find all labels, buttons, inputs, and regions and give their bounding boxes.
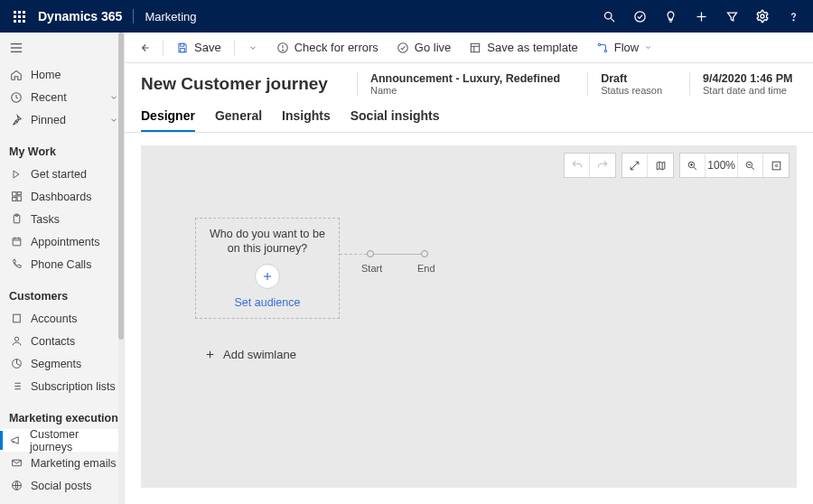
gear-icon [755, 9, 770, 23]
record-name-field[interactable]: Announcement - Luxury, Redefined Name [357, 72, 573, 96]
fit-button[interactable] [763, 154, 789, 177]
nav-get-started[interactable]: Get started [0, 163, 124, 185]
add-button[interactable] [687, 0, 715, 33]
sidebar-scrollbar[interactable] [118, 33, 124, 504]
undo-icon [571, 159, 584, 172]
field-value: Draft [601, 72, 662, 85]
brand-area[interactable]: Marketing [145, 10, 196, 23]
svg-point-45 [598, 43, 600, 45]
nav-social-posts[interactable]: Social posts [0, 474, 124, 497]
nav-collapse-button[interactable] [0, 33, 124, 63]
nav-dashboards[interactable]: Dashboards [0, 185, 124, 208]
svg-rect-21 [13, 314, 20, 322]
nav-customer-journeys[interactable]: Customer journeys [0, 429, 124, 452]
save-button[interactable]: Save [169, 35, 229, 61]
plus-icon [261, 270, 274, 283]
map-icon [655, 160, 667, 172]
pin-icon [9, 113, 23, 127]
list-icon [9, 379, 23, 394]
audience-tile[interactable]: Who do you want to be on this journey? S… [195, 218, 340, 319]
add-audience-button[interactable] [255, 264, 280, 289]
record-status-field[interactable]: Draft Status reason [587, 72, 675, 96]
question-icon [787, 10, 800, 23]
nav-pinned[interactable]: Pinned [0, 108, 124, 131]
svg-line-50 [694, 167, 696, 170]
app-launcher-button[interactable] [5, 0, 33, 33]
svg-point-6 [793, 19, 794, 20]
nav-accounts[interactable]: Accounts [0, 307, 124, 330]
go-live-button[interactable]: Go live [389, 35, 458, 61]
check-errors-button[interactable]: Check for errors [269, 35, 386, 61]
record-header: New Customer journey Announcement - Luxu… [125, 63, 813, 96]
nav-appointments[interactable]: Appointments [0, 230, 124, 253]
svg-point-40 [282, 50, 283, 51]
tab-general[interactable]: General [215, 103, 262, 132]
nav-label: Social posts [31, 480, 91, 492]
clipboard-icon [9, 212, 23, 227]
nav-label: Pinned [31, 114, 66, 126]
nav-tasks[interactable]: Tasks [0, 208, 124, 230]
zoom-in-button[interactable] [680, 154, 706, 177]
fullscreen-button[interactable] [622, 154, 648, 177]
check-label: Check for errors [294, 41, 378, 54]
home-icon [9, 68, 23, 82]
redo-button[interactable] [590, 154, 615, 177]
start-node[interactable] [367, 250, 374, 257]
svg-point-57 [775, 164, 777, 166]
end-node[interactable] [421, 250, 428, 257]
expand-icon [629, 160, 640, 172]
segment-icon [9, 357, 23, 371]
main-content: Save Check for errors Go live Save as te… [125, 33, 813, 504]
set-audience-link[interactable]: Set audience [235, 296, 301, 309]
brand-title: Dynamics 365 [38, 9, 122, 23]
left-nav: Home Recent Pinned My Work Get started D… [0, 33, 125, 504]
back-button[interactable] [132, 35, 157, 61]
nav-marketing-emails[interactable]: Marketing emails [0, 452, 124, 474]
nav-contacts[interactable]: Contacts [0, 330, 124, 352]
chevron-down-icon [248, 43, 257, 52]
nav-subscription-lists[interactable]: Subscription lists [0, 375, 124, 397]
nav-segments[interactable]: Segments [0, 352, 124, 375]
save-options-button[interactable] [240, 35, 266, 61]
task-button[interactable] [625, 0, 654, 33]
svg-line-54 [752, 167, 754, 170]
nav-recent[interactable]: Recent [0, 86, 124, 108]
assistant-button[interactable] [656, 0, 685, 33]
flow-button[interactable]: Flow [589, 35, 659, 61]
canvas-wrapper: 100% Who do you want to be on this journ… [125, 133, 813, 504]
building-icon [9, 312, 23, 326]
zoom-level[interactable]: 100% [706, 154, 738, 177]
zoom-out-icon [744, 160, 756, 172]
scrollbar-thumb[interactable] [118, 33, 124, 340]
help-button[interactable] [779, 0, 808, 33]
nav-group-marketing-execution: Marketing execution [0, 406, 124, 429]
tab-insights[interactable]: Insights [282, 103, 331, 132]
chevron-down-icon [109, 116, 118, 125]
search-button[interactable] [594, 0, 623, 33]
save-icon [176, 42, 189, 54]
nav-home[interactable]: Home [0, 63, 124, 86]
nav-phone-calls[interactable]: Phone Calls [0, 253, 124, 275]
tab-designer[interactable]: Designer [141, 103, 195, 132]
zoom-in-icon [687, 160, 698, 172]
undo-button[interactable] [565, 154, 590, 177]
nav-label: Marketing emails [31, 457, 116, 470]
redo-icon [596, 159, 609, 172]
settings-button[interactable] [748, 0, 777, 33]
nav-label: Appointments [31, 236, 99, 248]
chevron-down-icon [644, 43, 652, 51]
filter-button[interactable] [717, 0, 746, 33]
record-start-field[interactable]: 9/4/2020 1:46 PM Start date and time [689, 72, 805, 96]
nav-label: Tasks [31, 213, 60, 226]
svg-rect-17 [13, 238, 21, 246]
save-as-template-button[interactable]: Save as template [462, 35, 584, 61]
flow-connector: Start End [340, 248, 448, 275]
tab-social-insights[interactable]: Social insights [350, 103, 440, 132]
minimap-button[interactable] [648, 154, 673, 177]
zoom-out-button[interactable] [738, 154, 763, 177]
save-label: Save [194, 41, 221, 54]
arrow-left-icon [138, 42, 151, 54]
nav-group-mywork: My Work [0, 140, 124, 163]
add-swimlane-button[interactable]: Add swimlane [204, 348, 296, 361]
journey-canvas[interactable]: 100% Who do you want to be on this journ… [141, 145, 797, 488]
